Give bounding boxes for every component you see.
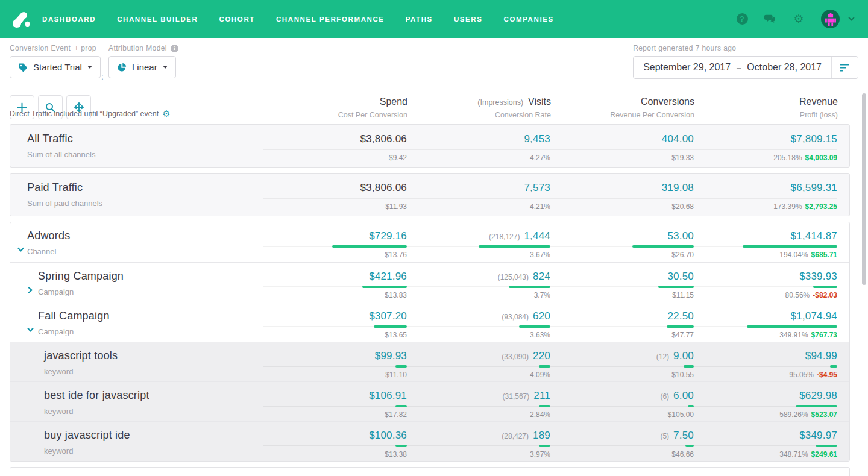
row-title: All Traffic <box>27 133 263 145</box>
value-track <box>694 246 837 247</box>
pie-chart-icon <box>117 63 127 72</box>
cell-value[interactable]: $307.20 <box>369 310 407 322</box>
value-track <box>694 198 837 199</box>
table-row-best-ide-for-javascript[interactable]: best ide for javascriptkeyword$106.91$17… <box>10 381 849 421</box>
app-logo-icon[interactable] <box>11 9 31 30</box>
value-track <box>407 198 550 199</box>
cell-value[interactable]: 211 <box>533 390 550 401</box>
table-row-video[interactable]: VideoChannel$300.0067514.00$944.07 <box>10 468 849 476</box>
cell-subvalue: 2.84% <box>530 410 550 419</box>
metric-cell: 53.00$26.70 <box>550 230 694 262</box>
row-title: buy javascript ide <box>44 429 263 442</box>
table-row-javascript-tools[interactable]: javascript toolskeyword$99.93$11.10(33,0… <box>10 342 849 381</box>
nav-channel-builder[interactable]: CHANNEL BUILDER <box>117 16 198 23</box>
direct-traffic-note: Direct Traffic included until “Upgraded”… <box>10 109 171 118</box>
filter-icon-button[interactable] <box>831 57 858 78</box>
column-header-conversions[interactable]: Conversions Revenue Per Conversion <box>551 95 694 121</box>
cell-value[interactable]: 7.50 <box>673 430 694 441</box>
table-card: AdwordsChannel$729.16$13.76(218,127)1,44… <box>10 222 850 462</box>
cell-subvalue: 3.97% <box>530 450 550 459</box>
value-track <box>407 286 550 287</box>
cell-value[interactable]: 6.00 <box>673 390 694 401</box>
cell-value[interactable]: $1,414.87 <box>791 230 837 242</box>
gear-icon[interactable]: ⚙ <box>793 13 805 25</box>
nav-companies[interactable]: COMPANIES <box>504 16 554 23</box>
cell-value[interactable]: $6,599.31 <box>791 182 837 193</box>
cell-value[interactable]: 189 <box>533 430 550 441</box>
cell-value[interactable]: 7,573 <box>524 182 550 193</box>
table-row-spring-campaign[interactable]: Spring CampaignCampaign$421.96$13.83(125… <box>10 262 849 302</box>
metric-cell: $6,599.31173.39%$2,793.25 <box>694 181 837 216</box>
value-bar <box>796 405 837 407</box>
nav-users[interactable]: USERS <box>454 16 483 23</box>
value-track <box>694 149 837 150</box>
value-bar <box>688 405 694 407</box>
table-card: Paid TrafficSum of paid channels$3,806.0… <box>10 173 850 216</box>
attribution-model-dropdown[interactable]: Linear <box>108 56 176 78</box>
cell-value[interactable]: $629.98 <box>799 390 837 401</box>
nav-channel-performance[interactable]: CHANNEL PERFORMANCE <box>276 16 385 23</box>
scrollbar-thumb[interactable] <box>862 93 866 285</box>
cell-value[interactable]: $3,806.06 <box>360 182 407 193</box>
chevron-right-icon[interactable] <box>27 285 34 296</box>
nav-cohort[interactable]: COHORT <box>219 16 254 23</box>
info-icon[interactable]: i <box>171 45 178 52</box>
cell-value[interactable]: 9.00 <box>673 350 694 362</box>
cell-value[interactable]: 1,444 <box>524 230 550 242</box>
cell-value[interactable]: 404.00 <box>662 133 694 145</box>
cell-value[interactable]: $421.96 <box>369 271 407 282</box>
cell-value[interactable]: 824 <box>533 271 550 282</box>
date-range-value[interactable]: September 29, 2017 – October 28, 2017 <box>634 57 831 78</box>
column-header-revenue[interactable]: Revenue Profit (loss) <box>694 95 838 121</box>
chat-icon[interactable] <box>764 13 776 25</box>
chevron-down-icon[interactable] <box>27 325 34 336</box>
value-track <box>694 406 837 407</box>
metric-cell: $3,806.06$9.42 <box>263 133 407 167</box>
cell-value[interactable]: $349.97 <box>799 430 837 441</box>
cell-value[interactable]: 53.00 <box>667 230 694 242</box>
chevron-down-icon[interactable] <box>845 13 857 25</box>
metric-cell: (218,127)1,4443.67% <box>407 230 550 262</box>
cell-value[interactable]: $729.16 <box>369 230 407 242</box>
cell-value[interactable]: 22.50 <box>667 310 694 322</box>
column-header-spend[interactable]: Spend Cost Per Conversion <box>264 95 407 121</box>
value-track <box>263 149 407 150</box>
conversion-event-dropdown[interactable]: Started Trial <box>10 56 101 78</box>
cell-value[interactable]: $100.36 <box>369 430 407 441</box>
avatar[interactable] <box>821 10 840 28</box>
chevron-down-icon[interactable] <box>17 245 24 255</box>
row-subtitle: Campaign <box>38 287 263 296</box>
table-row-fall-campaign[interactable]: Fall CampaignCampaign$307.20$13.65(93,08… <box>10 302 849 342</box>
value-track <box>694 445 837 446</box>
value-bar <box>685 445 694 447</box>
cell-value[interactable]: 9,453 <box>524 133 550 145</box>
cell-subvalue: 4.09% <box>530 371 550 379</box>
nav-paths[interactable]: PATHS <box>406 16 433 23</box>
help-icon[interactable]: ? <box>736 13 748 25</box>
cell-value[interactable]: 620 <box>533 310 550 322</box>
cell-value[interactable]: $106.91 <box>369 390 407 401</box>
add-prop-link[interactable]: + prop <box>74 44 96 52</box>
cell-subvalue: $13.83 <box>385 291 407 299</box>
table-row-all-traffic[interactable]: All TrafficSum of all channels$3,806.06$… <box>10 125 849 167</box>
tag-icon <box>18 63 28 72</box>
nav-dashboard[interactable]: DASHBOARD <box>42 16 96 23</box>
conversion-event-value: Started Trial <box>33 62 82 72</box>
cell-value[interactable]: $1,074.94 <box>791 310 837 322</box>
cell-value[interactable]: 220 <box>533 350 550 362</box>
cell-value[interactable]: $99.93 <box>375 350 407 362</box>
table-body: All TrafficSum of all channels$3,806.06$… <box>0 124 868 476</box>
settings-gear-icon[interactable]: ⚙ <box>162 109 170 118</box>
table-row-buy-javascript-ide[interactable]: buy javascript idekeyword$100.36$13.38(2… <box>10 421 849 461</box>
table-row-adwords[interactable]: AdwordsChannel$729.16$13.76(218,127)1,44… <box>10 222 849 262</box>
cell-value[interactable]: $3,806.06 <box>360 133 407 145</box>
cell-subvalue: $105.00 <box>668 410 694 419</box>
column-header-visits[interactable]: (Impressions)Visits Conversion Rate <box>407 95 551 121</box>
table-row-paid-traffic[interactable]: Paid TrafficSum of paid channels$3,806.0… <box>10 174 849 216</box>
cell-value[interactable]: $94.99 <box>805 350 837 362</box>
cell-value[interactable]: $339.93 <box>799 271 837 282</box>
cell-value[interactable]: 319.08 <box>662 182 694 193</box>
cell-value[interactable]: 30.50 <box>667 271 694 282</box>
cell-subvalue: 3.67% <box>530 251 550 259</box>
cell-value[interactable]: $7,809.15 <box>791 133 837 145</box>
